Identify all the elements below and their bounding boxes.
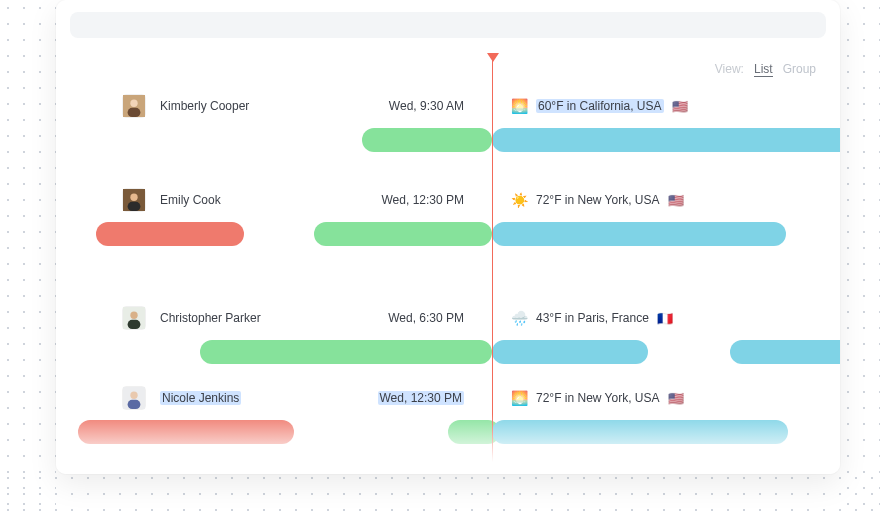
view-toggle: View: List Group (715, 62, 816, 77)
person-name: Kimberly Cooper (160, 99, 330, 113)
person-time: Wed, 6:30 PM (330, 311, 464, 325)
person-weather: ☀️ 72°F in New York, USA 🇺🇸 (511, 192, 684, 208)
weather-text: 60°F in California, USA (536, 99, 664, 113)
now-indicator-line (492, 54, 493, 474)
flag-icon: 🇫🇷 (657, 311, 673, 326)
availability-bar-green[interactable] (314, 222, 492, 246)
person-weather: 🌅 72°F in New York, USA 🇺🇸 (511, 390, 684, 406)
svg-rect-11 (128, 400, 141, 409)
availability-bar-blue[interactable] (492, 420, 788, 444)
svg-point-1 (130, 100, 137, 107)
availability-bar-green[interactable] (362, 128, 492, 152)
person-row: Nicole Jenkins Wed, 12:30 PM 🌅 72°F in N… (56, 372, 840, 462)
weather-icon: 🌅 (511, 98, 528, 114)
person-row: Christopher Parker Wed, 6:30 PM 🌧️ 43°F … (56, 292, 840, 382)
avatar (122, 386, 146, 410)
weather-text: 72°F in New York, USA (536, 193, 660, 207)
person-row: Emily Cook Wed, 12:30 PM ☀️ 72°F in New … (56, 174, 840, 264)
availability-bar-red[interactable] (96, 222, 244, 246)
availability-bar-blue[interactable] (730, 340, 840, 364)
timeline-card: View: List Group Kimberly Cooper Wed, 9:… (56, 0, 840, 474)
flag-icon: 🇺🇸 (672, 99, 688, 114)
svg-rect-5 (128, 202, 141, 211)
weather-icon: 🌅 (511, 390, 528, 406)
weather-icon: ☀️ (511, 192, 528, 208)
availability-bar-red[interactable] (78, 420, 294, 444)
svg-point-10 (130, 392, 137, 399)
availability-bar-blue[interactable] (492, 128, 840, 152)
weather-text: 72°F in New York, USA (536, 391, 660, 405)
person-time: Wed, 12:30 PM (330, 391, 464, 405)
avatar (122, 94, 146, 118)
svg-point-7 (130, 312, 137, 319)
avatar (122, 188, 146, 212)
person-weather: 🌧️ 43°F in Paris, France 🇫🇷 (511, 310, 673, 326)
availability-bar-blue[interactable] (492, 222, 786, 246)
flag-icon: 🇺🇸 (668, 193, 684, 208)
availability-bar-green[interactable] (200, 340, 492, 364)
rows-container: Kimberly Cooper Wed, 9:30 AM 🌅 60°F in C… (56, 80, 840, 474)
weather-icon: 🌧️ (511, 310, 528, 326)
svg-rect-8 (128, 320, 141, 329)
person-name: Christopher Parker (160, 311, 330, 325)
now-indicator-icon (487, 53, 499, 62)
svg-rect-2 (128, 108, 141, 117)
person-weather: 🌅 60°F in California, USA 🇺🇸 (511, 98, 688, 114)
flag-icon: 🇺🇸 (668, 391, 684, 406)
avatar (122, 306, 146, 330)
view-label: View: (715, 62, 744, 76)
person-name: Nicole Jenkins (160, 391, 330, 405)
person-time: Wed, 9:30 AM (330, 99, 464, 113)
view-option-group[interactable]: Group (783, 62, 816, 76)
weather-text: 43°F in Paris, France (536, 311, 649, 325)
person-row: Kimberly Cooper Wed, 9:30 AM 🌅 60°F in C… (56, 80, 840, 170)
availability-bar-blue[interactable] (492, 340, 648, 364)
svg-point-4 (130, 194, 137, 201)
person-time: Wed, 12:30 PM (330, 193, 464, 207)
person-name: Emily Cook (160, 193, 330, 207)
search-bar-placeholder[interactable] (70, 12, 826, 38)
view-option-list[interactable]: List (754, 62, 773, 77)
